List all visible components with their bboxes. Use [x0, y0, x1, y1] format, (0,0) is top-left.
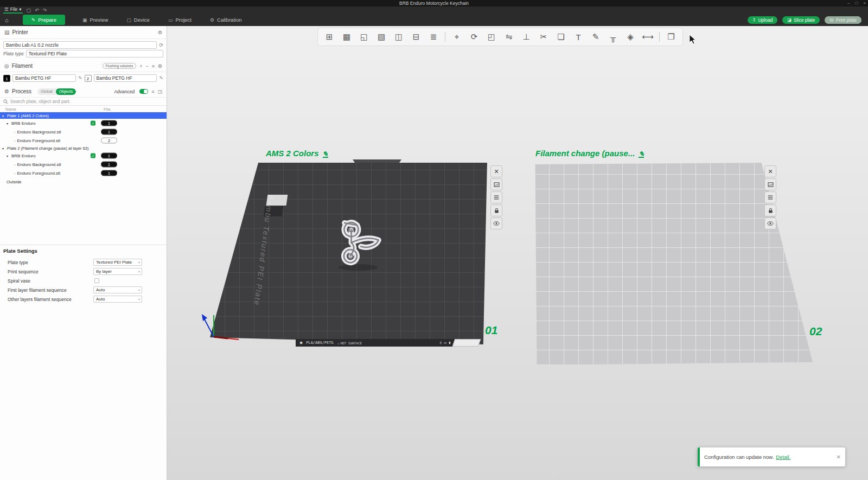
lock-plate-icon[interactable] [490, 204, 502, 216]
close-icon[interactable]: × [863, 0, 866, 7]
process-expand-icon[interactable]: ◳ [157, 89, 162, 94]
edit-plate-name-icon[interactable]: ✎ [323, 151, 328, 158]
other-layers-sequence-select[interactable]: Auto ▾ [93, 296, 142, 303]
process-list-icon[interactable]: ≡ [151, 89, 154, 94]
clone-icon[interactable]: ❏ [555, 32, 567, 42]
tree-row-part[interactable]: ▫ Enduro Foreground.stl 1 [0, 169, 167, 177]
caret-down-icon[interactable]: ▾ [7, 154, 11, 158]
viewport-canvas[interactable]: ⊞ ▦ ◱ ▧ ◫ ⊟ ≣ ⌖ ⟳ ◰ ⇋ ⊥ ✂ ❏ T ✎ ╥ ◈ ⟷ ❐ … [167, 26, 868, 480]
home-icon[interactable]: ⌂ [5, 17, 9, 23]
search-input[interactable] [10, 99, 163, 104]
tab-device[interactable]: ▢ Device [125, 15, 151, 25]
filament-2-swatch[interactable]: 2 [85, 75, 92, 82]
add-plate-icon[interactable]: ▦ [341, 32, 353, 42]
filament-chip[interactable]: 1 [101, 170, 117, 176]
plate-settings-icon[interactable] [764, 191, 776, 203]
add-filament-icon[interactable]: + [139, 63, 142, 69]
remove-filament-icon[interactable]: − [145, 63, 148, 69]
upload-button[interactable]: ↥ Upload [748, 16, 778, 24]
minimize-icon[interactable]: – [847, 0, 850, 7]
filament-1-swatch[interactable]: 1 [3, 75, 10, 82]
text-tool-icon[interactable]: T [572, 33, 584, 42]
flushing-volumes-button[interactable]: Flushing volumes [103, 63, 137, 69]
filament-settings-gear-icon[interactable]: ⚙ [158, 63, 162, 69]
tab-preview[interactable]: ▣ Preview [81, 15, 109, 25]
plate-2-name[interactable]: Filament change (pause... ✎ [535, 149, 644, 158]
tree-row-plate-2[interactable]: ▾ Plate 2 (Filament change (pause) at la… [0, 145, 167, 151]
filament-chip[interactable]: 1 [101, 120, 117, 126]
spiral-vase-checkbox[interactable] [94, 278, 99, 283]
scope-global[interactable]: Global [37, 88, 56, 95]
filament-chip[interactable]: 2 [101, 138, 117, 144]
tree-row-plate-1[interactable]: ▾ Plate 1 (AMS 2 Colors) [0, 112, 167, 119]
plate-type-select[interactable]: Textured PEI Plate [26, 50, 163, 57]
delete-plate-icon[interactable]: ✕ [490, 165, 502, 177]
tree-row-part[interactable]: ▫ Enduro Foreground.stl 2 [0, 136, 167, 145]
filament-chip[interactable]: 1 [101, 153, 117, 159]
model-preview-plate-1[interactable] [332, 213, 386, 273]
tree-row-object[interactable]: ▾ BRB Enduro ✓ 1 [0, 119, 167, 127]
scale-icon[interactable]: ◰ [486, 32, 497, 42]
toast-close-icon[interactable]: ✕ [837, 454, 841, 460]
tree-row-object[interactable]: ▾ BRB Enduro ✓ 1 [0, 151, 167, 160]
print-sequence-select[interactable]: By layer ▾ [93, 268, 142, 275]
edit-plate-name-icon[interactable]: ✎ [639, 151, 644, 158]
plate-type-setting-select[interactable]: Textured PEI Plate ▾ [93, 259, 142, 266]
auto-orient-icon[interactable]: ◱ [358, 32, 370, 42]
split-parts-icon[interactable]: ⊟ [410, 32, 422, 42]
delete-plate-icon[interactable]: ✕ [764, 165, 776, 177]
tree-row-part[interactable]: ▫ Enduro Background.stl 1 [0, 127, 167, 136]
caret-down-icon[interactable]: ▾ [7, 121, 11, 125]
cut-icon[interactable]: ✂ [538, 32, 550, 42]
filament-list-icon[interactable]: ≡ [152, 63, 155, 69]
tree-row-outside[interactable]: Outside [0, 177, 167, 186]
first-layer-sequence-select[interactable]: Auto ▾ [93, 286, 142, 293]
file-menu[interactable]: ☰ File ▾ [3, 7, 23, 14]
object-checkbox[interactable]: ✓ [91, 153, 95, 158]
assembly-view-icon[interactable]: ❐ [665, 32, 677, 42]
filament-chip[interactable]: 1 [101, 129, 117, 135]
tree-row-part[interactable]: ▫ Enduro Background.stl 1 [0, 160, 167, 169]
support-paint-icon[interactable]: ╥ [607, 33, 619, 42]
lay-flat-icon[interactable]: ⊥ [520, 32, 532, 42]
plate-image-icon[interactable] [764, 178, 776, 190]
add-model-icon[interactable]: ⊞ [323, 32, 335, 42]
paint-icon[interactable]: ✎ [590, 32, 602, 42]
tab-calibration[interactable]: ⚙ Calibration [209, 15, 243, 25]
caret-down-icon[interactable]: ▾ [2, 114, 7, 118]
printer-select[interactable]: Bambu Lab A1 0.2 nozzle [3, 41, 157, 49]
scope-objects[interactable]: Objects [56, 88, 76, 95]
seam-icon[interactable]: ◈ [624, 32, 636, 42]
arrange-icon[interactable]: ▧ [375, 32, 387, 42]
visibility-icon[interactable] [764, 217, 776, 229]
variable-layer-height-icon[interactable]: ≣ [427, 32, 439, 42]
plate-1-name[interactable]: AMS 2 Colors ✎ [266, 149, 328, 158]
move-icon[interactable]: ⌖ [451, 32, 463, 42]
mirror-icon[interactable]: ⇋ [503, 32, 515, 42]
filament-2-edit-icon[interactable]: ✎ [159, 75, 163, 81]
toast-detail-link[interactable]: Detail. [776, 454, 790, 460]
lock-plate-icon[interactable] [764, 204, 776, 216]
slice-plate-button[interactable]: ◪ Slice plate [782, 16, 820, 24]
filament-1-select[interactable]: Bambu PETG HF [12, 74, 76, 82]
printer-settings-gear-icon[interactable]: ⚙ [158, 30, 162, 35]
object-checkbox[interactable]: ✓ [91, 121, 95, 126]
filament-chip[interactable]: 1 [101, 162, 117, 168]
filament-1-edit-icon[interactable]: ✎ [78, 75, 82, 81]
window-layout-icon[interactable]: ▢ [27, 8, 31, 13]
tab-prepare[interactable]: ✎ Prepare [23, 15, 65, 25]
print-plate-button[interactable]: ▤ Print plate [825, 16, 861, 24]
visibility-icon[interactable] [490, 217, 502, 229]
filament-2-select[interactable]: Bambu PETG HF [94, 74, 157, 82]
plate-settings-icon[interactable] [490, 191, 502, 203]
printer-sync-icon[interactable]: ⟳ [159, 42, 163, 48]
rotate-icon[interactable]: ⟳ [468, 32, 480, 42]
advanced-toggle[interactable] [139, 89, 148, 94]
undo-icon[interactable]: ↶ [35, 8, 39, 13]
redo-icon[interactable]: ↷ [43, 8, 47, 13]
tab-project[interactable]: ▭ Project [167, 15, 193, 25]
measure-icon[interactable]: ⟷ [642, 32, 654, 42]
split-objects-icon[interactable]: ◫ [393, 32, 405, 42]
caret-down-icon[interactable]: ▾ [2, 146, 7, 150]
maximize-icon[interactable]: □ [855, 0, 858, 7]
